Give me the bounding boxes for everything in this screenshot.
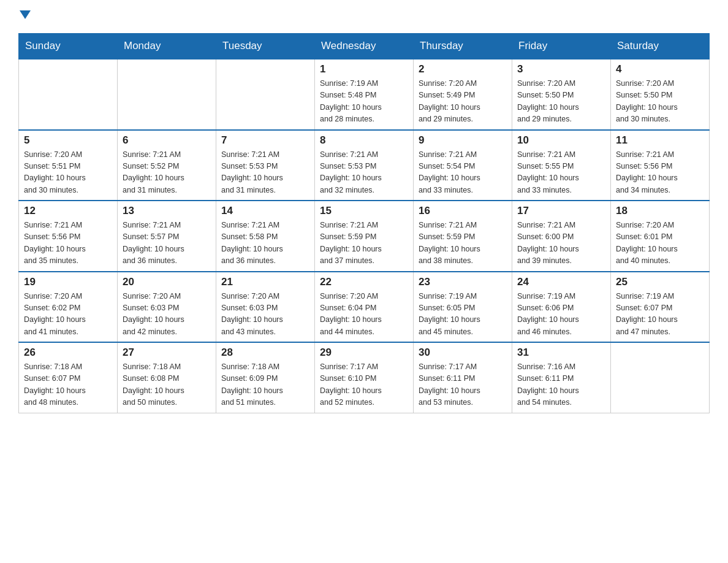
day-number: 16 [419, 205, 507, 217]
day-info: Sunrise: 7:21 AM Sunset: 5:59 PM Dayligh… [320, 220, 408, 267]
day-info: Sunrise: 7:21 AM Sunset: 5:53 PM Dayligh… [320, 149, 408, 197]
calendar-cell: 3Sunrise: 7:20 AM Sunset: 5:50 PM Daylig… [512, 59, 611, 130]
day-info: Sunrise: 7:20 AM Sunset: 5:50 PM Dayligh… [616, 78, 704, 126]
column-header-sunday: Sunday [19, 34, 118, 59]
calendar-cell: 25Sunrise: 7:19 AM Sunset: 6:07 PM Dayli… [611, 272, 710, 343]
calendar-cell: 23Sunrise: 7:19 AM Sunset: 6:05 PM Dayli… [414, 272, 512, 343]
calendar-cell: 24Sunrise: 7:19 AM Sunset: 6:06 PM Dayli… [512, 272, 611, 343]
day-info: Sunrise: 7:20 AM Sunset: 5:49 PM Dayligh… [419, 78, 507, 126]
day-number: 7 [221, 134, 309, 147]
day-info: Sunrise: 7:20 AM Sunset: 6:04 PM Dayligh… [320, 291, 408, 339]
day-number: 18 [616, 205, 704, 217]
calendar-cell [118, 59, 216, 130]
day-info: Sunrise: 7:16 AM Sunset: 6:11 PM Dayligh… [517, 361, 605, 409]
logo-triangle-icon [20, 10, 31, 19]
day-number: 4 [616, 63, 704, 75]
day-number: 21 [221, 276, 309, 288]
day-number: 30 [419, 347, 507, 359]
day-info: Sunrise: 7:21 AM Sunset: 5:53 PM Dayligh… [221, 149, 309, 197]
calendar-cell: 16Sunrise: 7:21 AM Sunset: 5:59 PM Dayli… [414, 201, 512, 272]
calendar-cell: 8Sunrise: 7:21 AM Sunset: 5:53 PM Daylig… [315, 130, 414, 201]
day-info: Sunrise: 7:19 AM Sunset: 6:06 PM Dayligh… [517, 291, 605, 339]
calendar-cell: 14Sunrise: 7:21 AM Sunset: 5:58 PM Dayli… [216, 201, 315, 272]
day-number: 26 [24, 347, 112, 359]
calendar-cell [216, 59, 315, 130]
day-info: Sunrise: 7:20 AM Sunset: 5:50 PM Dayligh… [517, 78, 605, 126]
calendar-cell: 31Sunrise: 7:16 AM Sunset: 6:11 PM Dayli… [512, 342, 611, 413]
day-info: Sunrise: 7:21 AM Sunset: 5:59 PM Dayligh… [419, 220, 507, 267]
column-header-tuesday: Tuesday [216, 34, 315, 59]
day-number: 3 [517, 63, 605, 75]
calendar-cell: 6Sunrise: 7:21 AM Sunset: 5:52 PM Daylig… [118, 130, 216, 201]
day-info: Sunrise: 7:19 AM Sunset: 6:07 PM Dayligh… [616, 291, 704, 339]
calendar-cell: 18Sunrise: 7:20 AM Sunset: 6:01 PM Dayli… [611, 201, 710, 272]
column-header-wednesday: Wednesday [315, 34, 414, 59]
calendar-cell: 30Sunrise: 7:17 AM Sunset: 6:11 PM Dayli… [414, 342, 512, 413]
day-number: 10 [517, 134, 605, 147]
calendar-table: SundayMondayTuesdayWednesdayThursdayFrid… [18, 33, 710, 413]
day-info: Sunrise: 7:19 AM Sunset: 6:05 PM Dayligh… [419, 291, 507, 339]
day-info: Sunrise: 7:17 AM Sunset: 6:11 PM Dayligh… [419, 361, 507, 409]
calendar-cell: 26Sunrise: 7:18 AM Sunset: 6:07 PM Dayli… [19, 342, 118, 413]
day-number: 15 [320, 205, 408, 217]
day-info: Sunrise: 7:18 AM Sunset: 6:07 PM Dayligh… [24, 361, 112, 409]
day-number: 12 [24, 205, 112, 217]
calendar-cell: 29Sunrise: 7:17 AM Sunset: 6:10 PM Dayli… [315, 342, 414, 413]
calendar-cell: 10Sunrise: 7:21 AM Sunset: 5:55 PM Dayli… [512, 130, 611, 201]
day-number: 5 [24, 134, 112, 147]
column-header-thursday: Thursday [414, 34, 512, 59]
day-number: 23 [419, 276, 507, 288]
day-info: Sunrise: 7:20 AM Sunset: 6:03 PM Dayligh… [221, 291, 309, 339]
day-info: Sunrise: 7:20 AM Sunset: 5:51 PM Dayligh… [24, 149, 112, 197]
day-number: 24 [517, 276, 605, 288]
day-number: 31 [517, 347, 605, 359]
calendar-cell: 13Sunrise: 7:21 AM Sunset: 5:57 PM Dayli… [118, 201, 216, 272]
calendar-cell: 22Sunrise: 7:20 AM Sunset: 6:04 PM Dayli… [315, 272, 414, 343]
day-number: 22 [320, 276, 408, 288]
day-number: 2 [419, 63, 507, 75]
day-info: Sunrise: 7:21 AM Sunset: 6:00 PM Dayligh… [517, 220, 605, 267]
day-number: 14 [221, 205, 309, 217]
calendar-cell: 4Sunrise: 7:20 AM Sunset: 5:50 PM Daylig… [611, 59, 710, 130]
day-info: Sunrise: 7:21 AM Sunset: 5:58 PM Dayligh… [221, 220, 309, 267]
day-info: Sunrise: 7:21 AM Sunset: 5:52 PM Dayligh… [123, 149, 211, 197]
day-info: Sunrise: 7:21 AM Sunset: 5:54 PM Dayligh… [419, 149, 507, 197]
day-number: 9 [419, 134, 507, 147]
calendar-cell: 19Sunrise: 7:20 AM Sunset: 6:02 PM Dayli… [19, 272, 118, 343]
day-number: 28 [221, 347, 309, 359]
calendar-cell: 11Sunrise: 7:21 AM Sunset: 5:56 PM Dayli… [611, 130, 710, 201]
day-info: Sunrise: 7:18 AM Sunset: 6:09 PM Dayligh… [221, 361, 309, 409]
day-info: Sunrise: 7:20 AM Sunset: 6:02 PM Dayligh… [24, 291, 112, 339]
day-number: 20 [123, 276, 211, 288]
calendar-cell: 1Sunrise: 7:19 AM Sunset: 5:48 PM Daylig… [315, 59, 414, 130]
day-number: 11 [616, 134, 704, 147]
day-number: 29 [320, 347, 408, 359]
day-number: 25 [616, 276, 704, 288]
calendar-header-row: SundayMondayTuesdayWednesdayThursdayFrid… [19, 34, 710, 59]
calendar-cell: 21Sunrise: 7:20 AM Sunset: 6:03 PM Dayli… [216, 272, 315, 343]
calendar-week-row: 19Sunrise: 7:20 AM Sunset: 6:02 PM Dayli… [19, 272, 710, 343]
day-number: 6 [123, 134, 211, 147]
calendar-cell: 9Sunrise: 7:21 AM Sunset: 5:54 PM Daylig… [414, 130, 512, 201]
day-number: 13 [123, 205, 211, 217]
day-info: Sunrise: 7:17 AM Sunset: 6:10 PM Dayligh… [320, 361, 408, 409]
calendar-cell: 20Sunrise: 7:20 AM Sunset: 6:03 PM Dayli… [118, 272, 216, 343]
logo [18, 12, 40, 21]
day-number: 1 [320, 63, 408, 75]
day-number: 8 [320, 134, 408, 147]
day-info: Sunrise: 7:21 AM Sunset: 5:55 PM Dayligh… [517, 149, 605, 197]
column-header-friday: Friday [512, 34, 611, 59]
calendar-week-row: 1Sunrise: 7:19 AM Sunset: 5:48 PM Daylig… [19, 59, 710, 130]
column-header-monday: Monday [118, 34, 216, 59]
page-header [18, 12, 710, 21]
calendar-cell: 2Sunrise: 7:20 AM Sunset: 5:49 PM Daylig… [414, 59, 512, 130]
calendar-week-row: 12Sunrise: 7:21 AM Sunset: 5:56 PM Dayli… [19, 201, 710, 272]
calendar-cell: 5Sunrise: 7:20 AM Sunset: 5:51 PM Daylig… [19, 130, 118, 201]
calendar-cell: 7Sunrise: 7:21 AM Sunset: 5:53 PM Daylig… [216, 130, 315, 201]
day-info: Sunrise: 7:20 AM Sunset: 6:01 PM Dayligh… [616, 220, 704, 267]
calendar-cell [19, 59, 118, 130]
calendar-week-row: 26Sunrise: 7:18 AM Sunset: 6:07 PM Dayli… [19, 342, 710, 413]
calendar-cell [611, 342, 710, 413]
day-info: Sunrise: 7:21 AM Sunset: 5:56 PM Dayligh… [616, 149, 704, 197]
day-number: 17 [517, 205, 605, 217]
